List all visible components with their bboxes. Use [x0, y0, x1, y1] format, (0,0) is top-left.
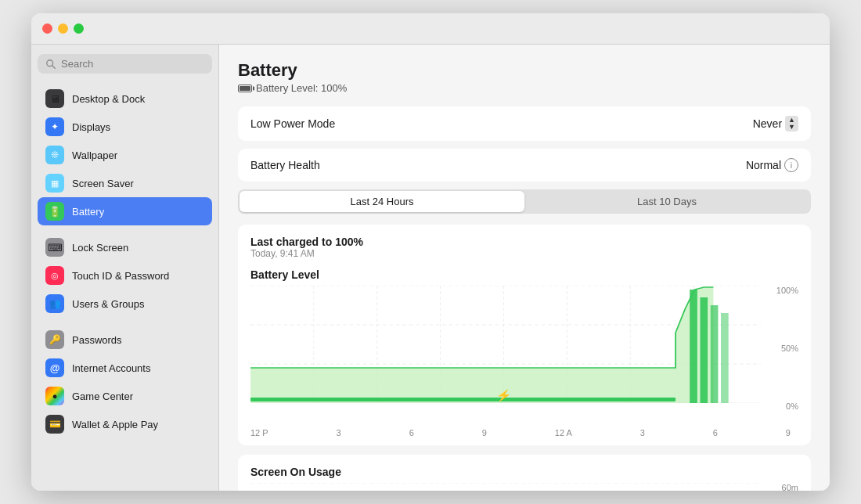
- sidebar-item-displays[interactable]: ✦ Displays: [38, 113, 212, 141]
- sidebar-item-wallpaper[interactable]: ❊ Wallpaper: [38, 141, 212, 169]
- battery-inline-icon: [238, 85, 252, 92]
- svg-rect-19: [721, 313, 729, 403]
- svg-rect-16: [690, 290, 697, 403]
- sidebar-group-1: 🖥 Desktop & Dock ✦ Displays ❊ Wallpaper …: [38, 85, 212, 225]
- svg-rect-18: [711, 305, 719, 403]
- chart-y-label-50: 50%: [781, 344, 798, 353]
- touch-id-icon: ◎: [45, 266, 64, 285]
- x-label-6b: 6: [713, 428, 718, 437]
- svg-rect-14: [250, 398, 675, 401]
- chart-y-label-100: 100%: [776, 286, 798, 295]
- battery-status: Battery Level: 100%: [238, 82, 811, 94]
- main-content: 🖥 Desktop & Dock ✦ Displays ❊ Wallpaper …: [31, 45, 830, 491]
- settings-window: 🖥 Desktop & Dock ✦ Displays ❊ Wallpaper …: [31, 13, 830, 491]
- sidebar-item-wallet[interactable]: 💳 Wallet & Apple Pay: [38, 410, 212, 438]
- battery-health-value: Normal i: [746, 158, 798, 172]
- sidebar-item-lock-screen[interactable]: ⌨ Lock Screen: [38, 233, 212, 261]
- sidebar-item-label: Touch ID & Password: [72, 270, 169, 282]
- svg-rect-17: [700, 297, 708, 403]
- search-input[interactable]: [61, 58, 204, 70]
- svg-text:⚡: ⚡: [495, 388, 513, 401]
- usage-y-label-60m: 60m: [782, 483, 798, 491]
- chart-y-label-0: 0%: [786, 401, 798, 411]
- sidebar-item-game-center[interactable]: ● Game Center: [38, 382, 212, 410]
- search-icon: [45, 59, 56, 70]
- sidebar-item-label: Displays: [72, 121, 110, 133]
- detail-header: Battery Battery Level: 100%: [238, 60, 811, 94]
- screen-usage-title: Screen On Usage: [250, 466, 798, 478]
- displays-icon: ✦: [45, 117, 64, 136]
- battery-chart: ⚡ 100% 50% 0%: [250, 286, 798, 427]
- low-power-mode-stepper[interactable]: ▲ ▼: [785, 116, 798, 131]
- close-button[interactable]: [42, 23, 52, 34]
- page-title: Battery: [238, 60, 811, 81]
- sidebar-group-2: ⌨ Lock Screen ◎ Touch ID & Password 👥 Us…: [38, 233, 212, 318]
- x-label-12b: 12 A: [555, 428, 572, 437]
- chart-info: Last charged to 100% Today, 9:41 AM: [250, 236, 798, 259]
- sidebar-item-battery[interactable]: 🔋 Battery: [38, 197, 212, 225]
- sidebar-item-passwords[interactable]: 🔑 Passwords: [38, 326, 212, 354]
- sidebar-item-internet-accounts[interactable]: @ Internet Accounts: [38, 354, 212, 382]
- low-power-mode-label: Low Power Mode: [250, 117, 335, 130]
- sidebar-item-touch-id[interactable]: ◎ Touch ID & Password: [38, 261, 212, 290]
- sidebar-item-label: Screen Saver: [72, 178, 134, 189]
- screen-saver-icon: ▦: [45, 174, 64, 193]
- traffic-lights: [42, 23, 84, 34]
- battery-health-label: Battery Health: [250, 159, 320, 171]
- svg-marker-13: [250, 287, 713, 403]
- sidebar-item-label: Desktop & Dock: [72, 93, 145, 105]
- x-label-3b: 3: [640, 428, 645, 437]
- wallet-icon: 💳: [45, 415, 64, 434]
- battery-health-row: Battery Health Normal i: [238, 149, 811, 182]
- internet-accounts-icon: @: [45, 358, 64, 377]
- chart-y-labels: 100% 50% 0%: [776, 286, 798, 411]
- users-groups-icon: 👥: [45, 294, 64, 313]
- maximize-button[interactable]: [74, 23, 84, 34]
- charged-time: Today, 9:41 AM: [250, 248, 798, 259]
- sidebar-item-screen-saver[interactable]: ▦ Screen Saver: [38, 169, 212, 197]
- low-power-mode-value[interactable]: Never ▲ ▼: [753, 116, 798, 131]
- passwords-icon: 🔑: [45, 330, 64, 349]
- screen-usage-chart: 60m: [250, 483, 798, 491]
- search-box[interactable]: [38, 54, 212, 74]
- chart-x-labels: 12 P 3 6 9 12 A 3 6 9: [250, 428, 798, 437]
- low-power-mode-row: Low Power Mode Never ▲ ▼: [238, 106, 811, 141]
- sidebar-item-desktop-dock[interactable]: 🖥 Desktop & Dock: [38, 85, 212, 113]
- desktop-dock-icon: 🖥: [45, 89, 64, 108]
- x-label-9a: 9: [482, 428, 487, 437]
- tab-last-10-days[interactable]: Last 10 Days: [524, 191, 809, 212]
- screen-usage-area: Screen On Usage 60m: [238, 455, 811, 491]
- sidebar-item-label: Lock Screen: [72, 242, 128, 254]
- sidebar-item-label: Wallet & Apple Pay: [72, 419, 158, 430]
- battery-icon: 🔋: [45, 202, 64, 221]
- lock-screen-icon: ⌨: [45, 238, 64, 257]
- sidebar-item-users-groups[interactable]: 👥 Users & Groups: [38, 290, 212, 318]
- sidebar-group-3: 🔑 Passwords @ Internet Accounts ● Game C…: [38, 326, 212, 438]
- sidebar-item-label: Internet Accounts: [72, 362, 150, 374]
- sidebar-item-label: Users & Groups: [72, 298, 144, 310]
- time-range-tabs: Last 24 Hours Last 10 Days: [238, 189, 811, 214]
- wallpaper-icon: ❊: [45, 146, 64, 164]
- battery-chart-svg: ⚡: [250, 286, 798, 403]
- title-bar: [31, 13, 830, 45]
- sidebar-item-label: Game Center: [72, 391, 133, 402]
- sidebar: 🖥 Desktop & Dock ✦ Displays ❊ Wallpaper …: [31, 45, 219, 491]
- x-label-3a: 3: [337, 428, 341, 437]
- x-label-6a: 6: [409, 428, 414, 437]
- battery-health-info-button[interactable]: i: [784, 158, 798, 172]
- sidebar-item-label: Passwords: [72, 334, 122, 346]
- battery-level-text: Battery Level: 100%: [256, 82, 347, 94]
- sidebar-item-label: Battery: [72, 206, 104, 218]
- x-label-9b: 9: [786, 428, 791, 437]
- battery-health-value-text: Normal: [746, 159, 781, 171]
- usage-y-labels: 60m: [782, 483, 798, 491]
- x-label-12p: 12 P: [250, 428, 268, 437]
- detail-pane: Battery Battery Level: 100% Low Power Mo…: [219, 45, 830, 491]
- battery-level-title: Battery Level: [250, 268, 798, 281]
- charged-title: Last charged to 100%: [250, 236, 798, 248]
- sidebar-item-label: Wallpaper: [72, 149, 117, 161]
- tab-last-24-hours[interactable]: Last 24 Hours: [240, 191, 524, 212]
- low-power-mode-value-text: Never: [753, 117, 782, 130]
- minimize-button[interactable]: [58, 23, 68, 34]
- svg-line-1: [52, 65, 56, 68]
